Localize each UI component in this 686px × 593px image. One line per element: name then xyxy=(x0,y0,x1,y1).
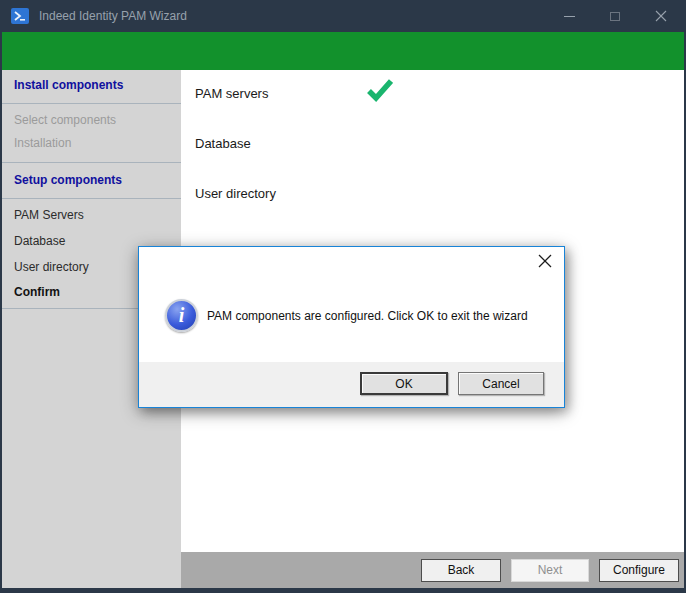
window-controls xyxy=(546,0,684,32)
sidebar-item-installation: Installation xyxy=(2,130,181,163)
sidebar-item-pam-servers[interactable]: PAM Servers xyxy=(2,199,181,225)
close-x-icon xyxy=(655,10,667,22)
dialog-close-button[interactable] xyxy=(536,252,554,270)
window-bottom-border xyxy=(2,588,684,593)
window-title: Indeed Identity PAM Wizard xyxy=(39,9,546,23)
minimize-dash-icon xyxy=(564,16,575,17)
header-band xyxy=(2,32,684,70)
next-button[interactable]: Next xyxy=(511,559,589,582)
sidebar-item-select-components: Select components xyxy=(2,104,181,130)
titlebar: Indeed Identity PAM Wizard xyxy=(2,0,684,32)
component-label-user-directory: User directory xyxy=(195,186,276,201)
dialog-content: i PAM components are configured. Click O… xyxy=(165,299,528,332)
component-label-database: Database xyxy=(195,136,251,151)
info-icon: i xyxy=(165,299,198,332)
configured-check-icon xyxy=(367,78,393,102)
close-button[interactable] xyxy=(638,0,684,32)
dialog-message: PAM components are configured. Click OK … xyxy=(207,309,528,323)
cancel-button[interactable]: Cancel xyxy=(458,372,544,395)
maximize-square-icon xyxy=(610,12,620,21)
configure-button[interactable]: Configure xyxy=(599,559,679,582)
back-button[interactable]: Back xyxy=(421,559,501,582)
dialog-close-x-icon xyxy=(538,254,552,268)
wizard-window: Indeed Identity PAM Wizard Install compo… xyxy=(0,0,686,593)
ok-button[interactable]: OK xyxy=(360,372,448,395)
sidebar-item-setup-components: Setup components xyxy=(2,163,181,199)
minimize-button[interactable] xyxy=(546,0,592,32)
powershell-app-icon xyxy=(11,7,29,25)
maximize-button xyxy=(592,0,638,32)
footer-bar: Back Next Configure xyxy=(181,552,684,588)
message-dialog: i PAM components are configured. Click O… xyxy=(138,246,565,408)
sidebar-item-install-components: Install components xyxy=(2,70,181,104)
component-label-pam-servers: PAM servers xyxy=(195,86,268,101)
